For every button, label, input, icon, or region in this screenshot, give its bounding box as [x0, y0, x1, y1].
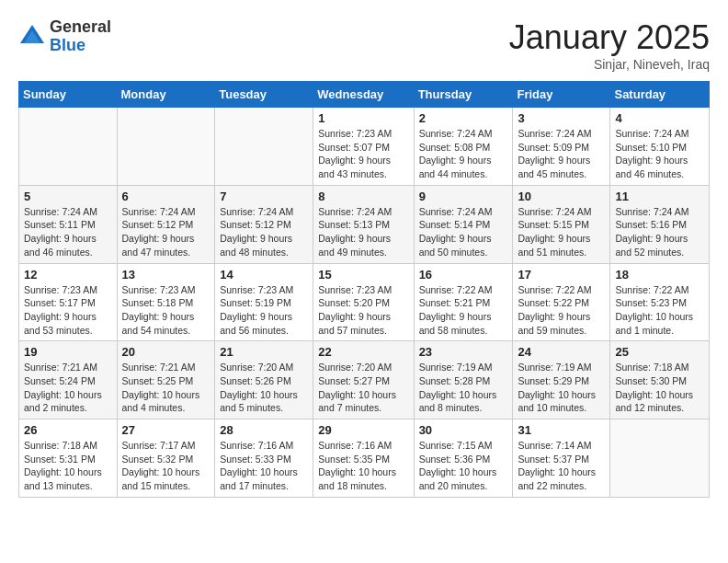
weekday-header: Friday — [513, 82, 610, 108]
day-number: 20 — [122, 345, 210, 359]
day-info: Sunrise: 7:22 AM Sunset: 5:23 PM Dayligh… — [615, 283, 704, 338]
weekday-header: Sunday — [19, 82, 118, 108]
title-block: January 2025 Sinjar, Nineveh, Iraq — [509, 18, 710, 72]
calendar-cell: 6Sunrise: 7:24 AM Sunset: 5:12 PM Daylig… — [117, 185, 215, 263]
day-info: Sunrise: 7:22 AM Sunset: 5:21 PM Dayligh… — [419, 283, 508, 338]
day-number: 2 — [419, 111, 508, 125]
day-number: 16 — [419, 268, 508, 282]
calendar-cell: 25Sunrise: 7:18 AM Sunset: 5:30 PM Dayli… — [610, 341, 710, 419]
calendar-cell — [610, 419, 710, 498]
day-number: 17 — [518, 268, 605, 282]
logo-blue: Blue — [50, 37, 111, 55]
day-info: Sunrise: 7:24 AM Sunset: 5:13 PM Dayligh… — [318, 205, 408, 259]
calendar-cell: 21Sunrise: 7:20 AM Sunset: 5:26 PM Dayli… — [215, 341, 313, 419]
day-info: Sunrise: 7:21 AM Sunset: 5:25 PM Dayligh… — [122, 361, 210, 415]
calendar-cell: 2Sunrise: 7:24 AM Sunset: 5:08 PM Daylig… — [414, 108, 513, 186]
day-number: 27 — [122, 423, 210, 437]
day-info: Sunrise: 7:15 AM Sunset: 5:36 PM Dayligh… — [419, 439, 508, 493]
day-number: 8 — [318, 190, 408, 203]
day-info: Sunrise: 7:24 AM Sunset: 5:08 PM Dayligh… — [419, 127, 508, 181]
calendar-cell: 27Sunrise: 7:17 AM Sunset: 5:32 PM Dayli… — [117, 419, 215, 498]
day-info: Sunrise: 7:18 AM Sunset: 5:31 PM Dayligh… — [24, 439, 112, 493]
location: Sinjar, Nineveh, Iraq — [509, 57, 710, 72]
day-info: Sunrise: 7:22 AM Sunset: 5:22 PM Dayligh… — [518, 283, 605, 338]
calendar-cell: 12Sunrise: 7:23 AM Sunset: 5:17 PM Dayli… — [19, 263, 118, 341]
day-number: 31 — [518, 423, 605, 437]
calendar-cell: 24Sunrise: 7:19 AM Sunset: 5:29 PM Dayli… — [513, 341, 610, 419]
day-info: Sunrise: 7:24 AM Sunset: 5:09 PM Dayligh… — [518, 127, 605, 181]
day-number: 1 — [318, 111, 408, 125]
calendar-cell: 14Sunrise: 7:23 AM Sunset: 5:19 PM Dayli… — [215, 263, 313, 341]
day-info: Sunrise: 7:23 AM Sunset: 5:18 PM Dayligh… — [122, 283, 210, 338]
day-number: 24 — [518, 345, 605, 359]
calendar-cell: 16Sunrise: 7:22 AM Sunset: 5:21 PM Dayli… — [414, 263, 513, 341]
day-info: Sunrise: 7:21 AM Sunset: 5:24 PM Dayligh… — [24, 361, 112, 415]
calendar-cell — [117, 108, 215, 186]
calendar-cell — [19, 108, 118, 186]
day-number: 14 — [220, 268, 308, 282]
day-number: 11 — [615, 190, 704, 203]
day-number: 15 — [318, 268, 408, 282]
day-number: 28 — [220, 423, 308, 437]
day-info: Sunrise: 7:23 AM Sunset: 5:19 PM Dayligh… — [220, 283, 308, 338]
day-number: 29 — [318, 423, 408, 437]
day-number: 5 — [24, 190, 112, 203]
day-info: Sunrise: 7:24 AM Sunset: 5:15 PM Dayligh… — [518, 205, 605, 259]
day-info: Sunrise: 7:19 AM Sunset: 5:28 PM Dayligh… — [419, 361, 508, 415]
day-number: 23 — [419, 345, 508, 359]
day-info: Sunrise: 7:20 AM Sunset: 5:26 PM Dayligh… — [220, 361, 308, 415]
day-number: 19 — [24, 345, 112, 359]
day-info: Sunrise: 7:14 AM Sunset: 5:37 PM Dayligh… — [518, 439, 605, 493]
calendar-week-row: 5Sunrise: 7:24 AM Sunset: 5:11 PM Daylig… — [19, 185, 710, 263]
day-number: 7 — [220, 190, 308, 203]
day-info: Sunrise: 7:19 AM Sunset: 5:29 PM Dayligh… — [518, 361, 605, 415]
day-info: Sunrise: 7:23 AM Sunset: 5:17 PM Dayligh… — [24, 283, 112, 338]
day-info: Sunrise: 7:20 AM Sunset: 5:27 PM Dayligh… — [318, 361, 408, 415]
calendar-week-row: 19Sunrise: 7:21 AM Sunset: 5:24 PM Dayli… — [19, 341, 710, 419]
day-info: Sunrise: 7:17 AM Sunset: 5:32 PM Dayligh… — [122, 439, 210, 493]
day-info: Sunrise: 7:24 AM Sunset: 5:12 PM Dayligh… — [122, 205, 210, 259]
day-number: 13 — [122, 268, 210, 282]
day-info: Sunrise: 7:16 AM Sunset: 5:35 PM Dayligh… — [318, 439, 408, 493]
calendar-cell: 29Sunrise: 7:16 AM Sunset: 5:35 PM Dayli… — [313, 419, 414, 498]
calendar-cell: 4Sunrise: 7:24 AM Sunset: 5:10 PM Daylig… — [610, 108, 710, 186]
logo-general: General — [50, 18, 111, 37]
calendar-cell: 9Sunrise: 7:24 AM Sunset: 5:14 PM Daylig… — [414, 185, 513, 263]
calendar-cell: 31Sunrise: 7:14 AM Sunset: 5:37 PM Dayli… — [513, 419, 610, 498]
day-info: Sunrise: 7:24 AM Sunset: 5:14 PM Dayligh… — [419, 205, 508, 259]
calendar-week-row: 1Sunrise: 7:23 AM Sunset: 5:07 PM Daylig… — [19, 108, 710, 186]
weekday-header: Monday — [117, 82, 215, 108]
day-info: Sunrise: 7:24 AM Sunset: 5:10 PM Dayligh… — [615, 127, 704, 181]
calendar-cell: 30Sunrise: 7:15 AM Sunset: 5:36 PM Dayli… — [414, 419, 513, 498]
calendar-cell: 11Sunrise: 7:24 AM Sunset: 5:16 PM Dayli… — [610, 185, 710, 263]
day-number: 18 — [615, 268, 704, 282]
calendar-cell: 1Sunrise: 7:23 AM Sunset: 5:07 PM Daylig… — [313, 108, 414, 186]
day-info: Sunrise: 7:23 AM Sunset: 5:20 PM Dayligh… — [318, 283, 408, 338]
weekday-header-row: SundayMondayTuesdayWednesdayThursdayFrid… — [19, 82, 710, 108]
calendar-cell: 7Sunrise: 7:24 AM Sunset: 5:12 PM Daylig… — [215, 185, 313, 263]
day-info: Sunrise: 7:16 AM Sunset: 5:33 PM Dayligh… — [220, 439, 308, 493]
day-info: Sunrise: 7:24 AM Sunset: 5:12 PM Dayligh… — [220, 205, 308, 259]
day-number: 25 — [615, 345, 704, 359]
calendar-cell: 5Sunrise: 7:24 AM Sunset: 5:11 PM Daylig… — [19, 185, 118, 263]
weekday-header: Wednesday — [313, 82, 414, 108]
calendar-cell: 26Sunrise: 7:18 AM Sunset: 5:31 PM Dayli… — [19, 419, 118, 498]
day-info: Sunrise: 7:24 AM Sunset: 5:16 PM Dayligh… — [615, 205, 704, 259]
page-header: General Blue January 2025 Sinjar, Nineve… — [18, 18, 710, 72]
calendar-cell: 28Sunrise: 7:16 AM Sunset: 5:33 PM Dayli… — [215, 419, 313, 498]
day-info: Sunrise: 7:24 AM Sunset: 5:11 PM Dayligh… — [24, 205, 112, 259]
calendar-week-row: 12Sunrise: 7:23 AM Sunset: 5:17 PM Dayli… — [19, 263, 710, 341]
day-number: 22 — [318, 345, 408, 359]
calendar-cell: 13Sunrise: 7:23 AM Sunset: 5:18 PM Dayli… — [117, 263, 215, 341]
day-number: 4 — [615, 111, 704, 125]
month-title: January 2025 — [509, 18, 710, 57]
calendar-cell: 20Sunrise: 7:21 AM Sunset: 5:25 PM Dayli… — [117, 341, 215, 419]
calendar-table: SundayMondayTuesdayWednesdayThursdayFrid… — [18, 81, 710, 498]
calendar-cell: 15Sunrise: 7:23 AM Sunset: 5:20 PM Dayli… — [313, 263, 414, 341]
calendar-week-row: 26Sunrise: 7:18 AM Sunset: 5:31 PM Dayli… — [19, 419, 710, 498]
day-number: 3 — [518, 111, 605, 125]
day-info: Sunrise: 7:23 AM Sunset: 5:07 PM Dayligh… — [318, 127, 408, 181]
calendar-cell: 18Sunrise: 7:22 AM Sunset: 5:23 PM Dayli… — [610, 263, 710, 341]
logo-icon — [18, 23, 46, 51]
calendar-cell: 3Sunrise: 7:24 AM Sunset: 5:09 PM Daylig… — [513, 108, 610, 186]
